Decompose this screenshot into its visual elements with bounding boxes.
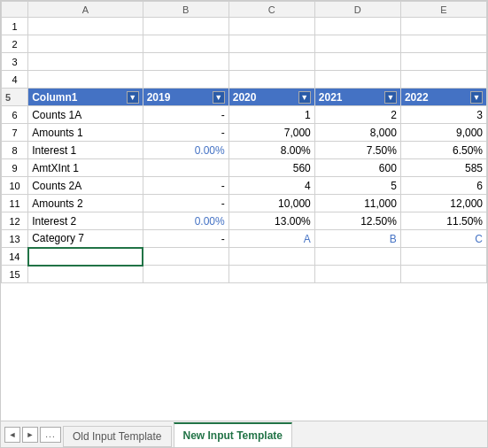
tab-next-button[interactable]: ► [22, 427, 38, 443]
tab-new-input-template[interactable]: New Input Template [174, 422, 292, 447]
row-5-header: 5 Column1 ▼ 2019 ▼ 2020 ▼ 2021 ▼ [2, 89, 487, 106]
cell-d15[interactable] [314, 266, 400, 283]
cell-e11[interactable]: 12,000 [400, 195, 486, 212]
cell-c10[interactable]: 4 [229, 177, 314, 195]
cell-b12[interactable]: 0.00% [143, 212, 229, 230]
col-header-c: C [229, 2, 314, 18]
cell-a15[interactable] [28, 266, 143, 283]
cell-b11[interactable]: - [143, 195, 229, 212]
row-2: 2 [2, 35, 487, 53]
cell-a14[interactable] [28, 248, 143, 266]
cell-d2[interactable] [314, 35, 400, 53]
filter-arrow-a5[interactable]: ▼ [127, 91, 139, 104]
cell-d11[interactable]: 11,000 [314, 195, 400, 212]
cell-d14[interactable] [314, 248, 400, 266]
cell-a8[interactable]: Interest 1 [28, 142, 143, 159]
cell-e5[interactable]: 2022 ▼ [400, 89, 486, 106]
filter-arrow-c5[interactable]: ▼ [298, 91, 311, 104]
col-header-d: D [314, 2, 400, 18]
row-num-6: 6 [2, 106, 28, 124]
cell-c7[interactable]: 7,000 [229, 124, 314, 142]
cell-a1[interactable] [28, 18, 143, 35]
row-num-3: 3 [2, 53, 28, 71]
cell-d8[interactable]: 7.50% [314, 142, 400, 159]
cell-b4[interactable] [143, 71, 229, 89]
cell-b15[interactable] [143, 266, 229, 283]
cell-b8[interactable]: 0.00% [143, 142, 229, 159]
cell-d3[interactable] [314, 53, 400, 71]
cell-e10[interactable]: 6 [400, 177, 486, 195]
cell-e2[interactable] [400, 35, 486, 53]
cell-c15[interactable] [229, 266, 314, 283]
cell-c4[interactable] [229, 71, 314, 89]
filter-arrow-e5[interactable]: ▼ [470, 91, 483, 104]
filter-arrow-d5[interactable]: ▼ [384, 91, 397, 104]
cell-d4[interactable] [314, 71, 400, 89]
cell-a3[interactable] [28, 53, 143, 71]
row-11: 11 Amounts 2 - 10,000 11,000 12,000 [2, 195, 487, 212]
cell-a4[interactable] [28, 71, 143, 89]
cell-b3[interactable] [143, 53, 229, 71]
cell-c12[interactable]: 13.00% [229, 212, 314, 230]
cell-a10[interactable]: Counts 2A [28, 177, 143, 195]
cell-e15[interactable] [400, 266, 486, 283]
cell-b14[interactable] [143, 248, 229, 266]
row-num-11: 11 [2, 195, 28, 212]
cell-b7[interactable]: - [143, 124, 229, 142]
col-header-e: E [400, 2, 486, 18]
cell-c2[interactable] [229, 35, 314, 53]
row-4: 4 [2, 71, 487, 89]
cell-b13[interactable]: - [143, 230, 229, 248]
cell-a13[interactable]: Category 7 [28, 230, 143, 248]
cell-e12[interactable]: 11.50% [400, 212, 486, 230]
cell-e4[interactable] [400, 71, 486, 89]
cell-c14[interactable] [229, 248, 314, 266]
cell-d7[interactable]: 8,000 [314, 124, 400, 142]
tab-prev-button[interactable]: ◄ [4, 427, 20, 443]
cell-c13[interactable]: A [229, 230, 314, 248]
cell-d5[interactable]: 2021 ▼ [314, 89, 400, 106]
cell-a9[interactable]: AmtXInt 1 [28, 159, 143, 177]
col2021-label: 2021 [319, 91, 343, 104]
cell-d13[interactable]: B [314, 230, 400, 248]
cell-b1[interactable] [143, 18, 229, 35]
cell-b9[interactable] [143, 159, 229, 177]
cell-a12[interactable]: Interest 2 [28, 212, 143, 230]
col-header-b: B [143, 2, 229, 18]
cell-e14[interactable] [400, 248, 486, 266]
cell-d1[interactable] [314, 18, 400, 35]
cell-c8[interactable]: 8.00% [229, 142, 314, 159]
cell-e7[interactable]: 9,000 [400, 124, 486, 142]
filter-arrow-b5[interactable]: ▼ [213, 91, 225, 104]
cell-c9[interactable]: 560 [229, 159, 314, 177]
row-10: 10 Counts 2A - 4 5 6 [2, 177, 487, 195]
col2022-label: 2022 [405, 91, 429, 104]
cell-b6[interactable]: - [143, 106, 229, 124]
cell-c1[interactable] [229, 18, 314, 35]
cell-b10[interactable]: - [143, 177, 229, 195]
cell-e8[interactable]: 6.50% [400, 142, 486, 159]
cell-a2[interactable] [28, 35, 143, 53]
cell-d10[interactable]: 5 [314, 177, 400, 195]
cell-e13[interactable]: C [400, 230, 486, 248]
cell-a5[interactable]: Column1 ▼ [28, 89, 143, 106]
cell-c3[interactable] [229, 53, 314, 71]
cell-b2[interactable] [143, 35, 229, 53]
cell-e3[interactable] [400, 53, 486, 71]
cell-e9[interactable]: 585 [400, 159, 486, 177]
cell-b5[interactable]: 2019 ▼ [143, 89, 229, 106]
cell-e1[interactable] [400, 18, 486, 35]
cell-c11[interactable]: 10,000 [229, 195, 314, 212]
cell-a6[interactable]: Counts 1A [28, 106, 143, 124]
cell-c6[interactable]: 1 [229, 106, 314, 124]
cell-a7[interactable]: Amounts 1 [28, 124, 143, 142]
cell-d6[interactable]: 2 [314, 106, 400, 124]
tab-old-input-template[interactable]: Old Input Template [63, 426, 172, 447]
tab-more-button[interactable]: ... [40, 427, 61, 443]
cell-d12[interactable]: 12.50% [314, 212, 400, 230]
row-9: 9 AmtXInt 1 560 600 585 [2, 159, 487, 177]
cell-d9[interactable]: 600 [314, 159, 400, 177]
cell-c5[interactable]: 2020 ▼ [229, 89, 314, 106]
cell-a11[interactable]: Amounts 2 [28, 195, 143, 212]
cell-e6[interactable]: 3 [400, 106, 486, 124]
